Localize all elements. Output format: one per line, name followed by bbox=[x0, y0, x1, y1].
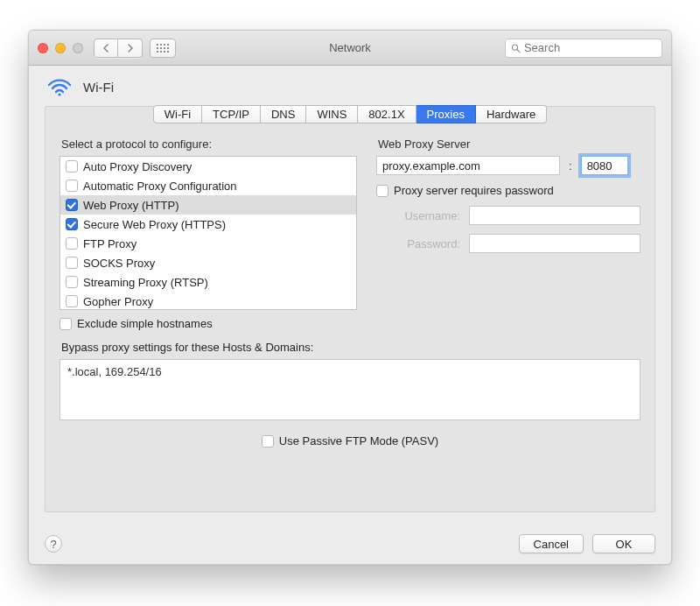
help-icon: ? bbox=[50, 538, 56, 551]
search-icon bbox=[511, 43, 521, 53]
help-button[interactable]: ? bbox=[45, 535, 62, 553]
username-label: Username: bbox=[376, 209, 460, 222]
protocol-row[interactable]: FTP Proxy bbox=[60, 234, 356, 253]
network-preferences-window: Network Wi-Fi Wi-FiTCP/IPDNSWINS802.1XPr… bbox=[28, 30, 672, 565]
protocol-label: Select a protocol to configure: bbox=[61, 137, 357, 151]
password-input[interactable] bbox=[469, 234, 640, 253]
wifi-icon bbox=[46, 76, 73, 97]
toolbar: Network bbox=[29, 31, 671, 66]
protocol-row[interactable]: Secure Web Proxy (HTTPS) bbox=[60, 215, 356, 234]
protocol-checkbox[interactable] bbox=[66, 160, 78, 173]
exclude-simple-hostnames-checkbox[interactable] bbox=[60, 318, 72, 330]
passive-ftp-checkbox[interactable] bbox=[262, 435, 274, 447]
forward-button[interactable] bbox=[118, 39, 143, 58]
password-required-label: Proxy server requires password bbox=[394, 184, 554, 197]
grid-icon bbox=[157, 44, 169, 53]
bypass-label: Bypass proxy settings for these Hosts & … bbox=[61, 341, 640, 354]
protocol-label: Automatic Proxy Configuration bbox=[83, 180, 237, 193]
tab-proxies[interactable]: Proxies bbox=[416, 105, 476, 123]
tab-dns[interactable]: DNS bbox=[261, 105, 306, 123]
chevron-left-icon bbox=[102, 44, 109, 53]
server-label: Web Proxy Server bbox=[378, 137, 640, 151]
protocol-row[interactable]: SOCKS Proxy bbox=[60, 253, 356, 272]
protocol-label: FTP Proxy bbox=[83, 237, 136, 250]
protocol-checkbox[interactable] bbox=[66, 295, 78, 307]
protocol-label: Secure Web Proxy (HTTPS) bbox=[83, 218, 226, 231]
show-all-button[interactable] bbox=[150, 39, 176, 58]
chevron-right-icon bbox=[127, 44, 134, 53]
protocol-checkbox[interactable] bbox=[66, 276, 78, 288]
tab-bar: Wi-FiTCP/IPDNSWINS802.1XProxiesHardware bbox=[60, 105, 640, 123]
tab-tcp-ip[interactable]: TCP/IP bbox=[202, 105, 261, 123]
protocol-label: Gopher Proxy bbox=[83, 295, 153, 308]
protocol-checkbox[interactable] bbox=[66, 180, 78, 192]
passive-ftp-label: Use Passive FTP Mode (PASV) bbox=[279, 434, 438, 447]
svg-point-2 bbox=[58, 93, 60, 95]
footer: ? Cancel OK bbox=[45, 534, 655, 553]
server-port-separator: : bbox=[565, 159, 576, 173]
footer-buttons: Cancel OK bbox=[519, 534, 655, 553]
pasv-row: Use Passive FTP Mode (PASV) bbox=[60, 434, 640, 447]
username-row: Username: bbox=[376, 206, 640, 225]
exclude-simple-hostnames-label: Exclude simple hostnames bbox=[77, 317, 213, 330]
protocol-column: Select a protocol to configure: Auto Pro… bbox=[60, 134, 357, 330]
protocol-checkbox[interactable] bbox=[66, 199, 78, 211]
username-input[interactable] bbox=[469, 206, 640, 225]
protocol-label: Auto Proxy Discovery bbox=[83, 160, 192, 173]
ok-button[interactable]: OK bbox=[592, 534, 655, 553]
proxy-server-input[interactable] bbox=[376, 156, 560, 175]
password-required-checkbox[interactable] bbox=[376, 185, 388, 197]
protocol-row[interactable]: Streaming Proxy (RTSP) bbox=[60, 272, 356, 292]
header-row: Wi-Fi bbox=[29, 66, 671, 106]
password-label: Password: bbox=[376, 237, 460, 250]
settings-panel: Wi-FiTCP/IPDNSWINS802.1XProxiesHardware … bbox=[45, 106, 655, 512]
nav-segment bbox=[94, 39, 143, 58]
tab-wins[interactable]: WINS bbox=[306, 105, 358, 123]
svg-line-1 bbox=[517, 49, 520, 52]
close-window-button[interactable] bbox=[38, 43, 48, 53]
search-field[interactable] bbox=[505, 39, 662, 58]
tab-wi-fi[interactable]: Wi-Fi bbox=[153, 105, 202, 123]
protocol-checkbox[interactable] bbox=[66, 218, 78, 230]
password-row: Password: bbox=[376, 234, 640, 253]
server-column: Web Proxy Server : Proxy server requires… bbox=[376, 134, 640, 330]
tab-802-1x[interactable]: 802.1X bbox=[358, 105, 416, 123]
protocol-listbox[interactable]: Auto Proxy DiscoveryAutomatic Proxy Conf… bbox=[60, 156, 357, 310]
protocol-checkbox[interactable] bbox=[66, 237, 78, 250]
protocol-row[interactable]: Auto Proxy Discovery bbox=[60, 157, 356, 176]
exclude-row: Exclude simple hostnames bbox=[60, 317, 357, 330]
protocol-label: Web Proxy (HTTP) bbox=[83, 199, 179, 212]
zoom-window-button[interactable] bbox=[73, 43, 83, 53]
protocol-checkbox[interactable] bbox=[66, 257, 78, 269]
protocol-label: Streaming Proxy (RTSP) bbox=[83, 276, 208, 289]
back-button[interactable] bbox=[94, 39, 118, 58]
search-input[interactable] bbox=[524, 41, 656, 54]
password-required-row: Proxy server requires password bbox=[376, 184, 640, 197]
server-row: : bbox=[376, 156, 640, 175]
tab-hardware[interactable]: Hardware bbox=[476, 105, 547, 123]
interface-name: Wi-Fi bbox=[83, 80, 114, 95]
cancel-button[interactable]: Cancel bbox=[519, 534, 584, 553]
bypass-textarea[interactable]: *.local, 169.254/16 bbox=[60, 359, 640, 420]
protocol-row[interactable]: Web Proxy (HTTP) bbox=[60, 195, 356, 215]
columns: Select a protocol to configure: Auto Pro… bbox=[60, 134, 640, 330]
protocol-row[interactable]: Automatic Proxy Configuration bbox=[60, 176, 356, 195]
proxy-port-input[interactable] bbox=[581, 156, 628, 175]
protocol-label: SOCKS Proxy bbox=[83, 257, 155, 270]
protocol-row[interactable]: Gopher Proxy bbox=[60, 292, 356, 310]
window-controls bbox=[38, 43, 83, 53]
minimize-window-button[interactable] bbox=[55, 43, 66, 53]
